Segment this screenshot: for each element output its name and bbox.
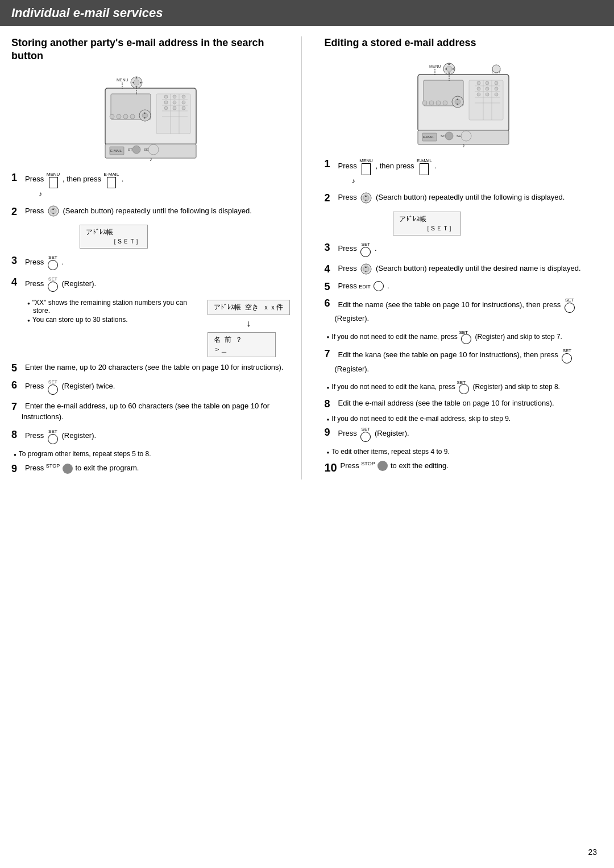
right-step-num-4: 4 — [325, 263, 330, 276]
right-set-circle-7b — [459, 384, 469, 394]
right-device-diagram: MENU ▲ ◄ ► ▼ EDIT E-MAIL STOP SET ♪ — [325, 57, 603, 148]
right-step-num-9: 9 — [325, 426, 330, 439]
step-num-3: 3 — [11, 254, 17, 267]
svg-text:◄: ◄ — [444, 67, 447, 71]
right-set-circle-6b — [461, 334, 471, 344]
right-stop-btn-10 — [377, 461, 388, 471]
svg-text:►: ► — [139, 81, 143, 84]
right-bullet-8-1: If you do not need to edit the e-mail ad… — [325, 415, 603, 423]
svg-point-11 — [182, 95, 185, 98]
left-step-6: 6 Press SET (Register) twice. — [11, 379, 290, 395]
left-step-8: 8 Press SET (Register). — [11, 428, 290, 444]
right-step-10: 10 Press STOP to exit the editing. — [325, 460, 603, 472]
svg-text:▲: ▲ — [143, 111, 146, 114]
svg-text:▼: ▼ — [364, 199, 367, 202]
set-circle-6 — [48, 385, 58, 395]
svg-point-61 — [495, 87, 498, 90]
right-step-6: 6 Edit the name (see the table on page 1… — [325, 297, 603, 324]
svg-point-14 — [182, 101, 185, 104]
svg-text:MENU: MENU — [117, 78, 128, 82]
right-column: Editing a stored e-mail address — [319, 36, 603, 480]
svg-text:E-MAIL: E-MAIL — [423, 135, 435, 139]
step-num-8: 8 — [11, 428, 17, 441]
set-btn-8-wrap: SET — [47, 428, 59, 444]
left-display3-line1: 名 前 ？ — [214, 335, 269, 345]
right-email-button-icon — [420, 163, 429, 175]
svg-text:▼: ▼ — [364, 270, 367, 273]
left-display-box-2: アﾄﾞﾚｽ帳 空き ｘｘ件 — [208, 300, 289, 315]
email-label-wrap: E-MAIL — [104, 171, 119, 189]
svg-text:▼: ▼ — [456, 102, 459, 106]
svg-point-31 — [132, 146, 140, 154]
step-num-2: 2 — [11, 205, 17, 218]
svg-point-13 — [173, 101, 176, 104]
step-num-1: 1 — [11, 171, 17, 184]
svg-text:▲: ▲ — [364, 265, 367, 268]
svg-point-63 — [486, 93, 489, 96]
left-device-svg: MENU ▲ ◄ ► ▼ E-MAIL STOP SET — [88, 71, 213, 162]
left-display-line1: アﾄﾞﾚｽ帳 — [86, 228, 142, 237]
svg-point-15 — [164, 106, 168, 110]
svg-point-10 — [173, 95, 176, 98]
svg-text:▲: ▲ — [135, 76, 138, 79]
svg-point-16 — [173, 106, 176, 110]
right-search-btn-icon-4: ▲ ▼ — [359, 263, 374, 275]
right-step-4: 4 Press ▲ ▼ (Search button) repeatedly u… — [325, 263, 603, 275]
step-num-4: 4 — [11, 276, 17, 289]
left-step-4: 4 Press SET (Register). — [11, 276, 290, 292]
svg-text:▲: ▲ — [456, 97, 459, 101]
svg-point-9 — [164, 95, 168, 98]
right-set-circle-7 — [562, 353, 572, 363]
right-step-1: 1 Press MENU , then press E-MAIL . ♪ — [325, 158, 603, 186]
right-email-label-wrap: E-MAIL — [417, 158, 432, 175]
left-step-4-details: "XX" shows the remaining station numbers… — [25, 297, 290, 359]
menu-label-wrap: MENU — [47, 171, 60, 189]
right-step-num-5: 5 — [325, 280, 330, 294]
right-set-btn-6b-wrap: SET — [460, 330, 472, 344]
svg-text:MENU: MENU — [429, 64, 441, 68]
right-bullet-7-1: If you do not need to edit the kana, pre… — [325, 380, 603, 394]
left-step-2: 2 Press ▲ ▼ (Search button) repeatedly u… — [11, 205, 290, 217]
svg-text:♪: ♪ — [462, 142, 465, 148]
svg-point-60 — [486, 87, 489, 90]
svg-point-38 — [130, 114, 135, 119]
right-search-btn-icon: ▲ ▼ — [359, 192, 374, 204]
svg-text:►: ► — [452, 67, 455, 71]
right-set-btn-6-wrap: SET — [563, 297, 576, 313]
right-set-btn-3-wrap: SET — [359, 241, 372, 257]
page-header: Individual e-mail services — [0, 0, 614, 26]
left-bullet-4-2: You can store up to 30 stations. — [25, 316, 202, 324]
svg-point-12 — [164, 101, 168, 104]
svg-point-37 — [123, 114, 128, 119]
step-num-9: 9 — [11, 462, 17, 476]
svg-point-33 — [148, 144, 159, 155]
search-btn-icon-left: ▲ ▼ — [46, 205, 61, 217]
right-set-btn-9-wrap: SET — [359, 426, 372, 442]
svg-point-86 — [436, 101, 441, 105]
svg-point-84 — [422, 101, 427, 105]
svg-text:▼: ▼ — [52, 212, 55, 215]
svg-point-62 — [477, 93, 480, 96]
left-step-3: 3 Press SET . — [11, 254, 290, 270]
right-step-9: 9 Press SET (Register). — [325, 426, 603, 442]
left-section-title: Storing another party's e-mail address i… — [11, 36, 290, 63]
set-btn-3-wrap: SET — [47, 254, 59, 270]
left-step-7: 7 Enter the e-mail address, up to 60 cha… — [11, 400, 290, 423]
right-step-num-10: 10 — [325, 460, 337, 475]
right-step-8: 8 Edit the e-mail address (see the table… — [325, 398, 603, 409]
page-header-title: Individual e-mail services — [11, 6, 163, 20]
right-step-3: 3 Press SET . — [325, 241, 603, 257]
right-step-num-2: 2 — [325, 192, 330, 205]
svg-point-59 — [477, 87, 480, 90]
step-num-7: 7 — [11, 400, 17, 414]
right-display-line1: アﾄﾞﾚｽ帳 — [399, 214, 455, 224]
step-num-6: 6 — [11, 379, 17, 392]
set-circle-4 — [48, 282, 58, 292]
right-step-num-3: 3 — [325, 241, 330, 254]
stop-btn-9 — [63, 464, 73, 474]
svg-text:▼: ▼ — [143, 116, 146, 119]
right-bullet-9-1: To edit other items, repeat steps 4 to 9… — [325, 448, 603, 456]
svg-rect-2 — [156, 94, 190, 134]
left-display-box-1: アﾄﾞﾚｽ帳 ［ＳＥＴ］ — [80, 222, 290, 251]
right-step-num-8: 8 — [325, 398, 330, 411]
